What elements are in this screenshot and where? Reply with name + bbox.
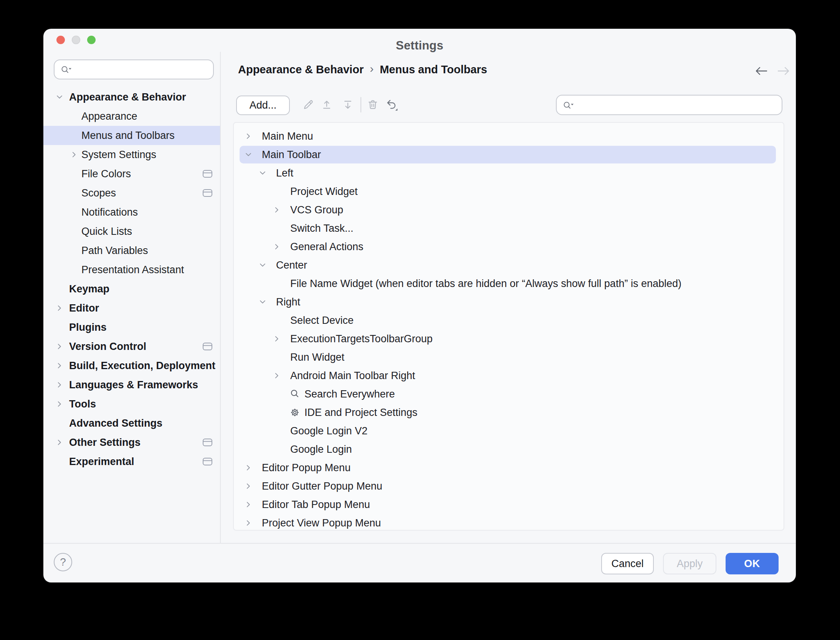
chevron-right-icon[interactable]: [273, 371, 281, 380]
add-button[interactable]: Add...: [236, 96, 290, 115]
tree-row-project-view-popup-menu[interactable]: Project View Popup Menu: [234, 514, 784, 532]
cancel-button[interactable]: Cancel: [601, 553, 654, 574]
tree-row-search-everywhere[interactable]: Search Everywhere: [234, 385, 784, 403]
tree-row-google-login-v2[interactable]: Google Login V2: [234, 422, 784, 440]
ok-button[interactable]: OK: [726, 553, 779, 574]
chevron-right-icon[interactable]: [273, 242, 281, 251]
sidebar-item-file-colors[interactable]: File Colors: [43, 164, 220, 183]
project-config-icon: [202, 169, 213, 178]
chevron-right-icon[interactable]: [244, 464, 253, 472]
tree-row-label: General Actions: [290, 238, 364, 256]
chevron-right-icon[interactable]: [55, 381, 64, 389]
tree-row-executiontargetstoolbargroup[interactable]: ExecutionTargetsToolbarGroup: [234, 330, 784, 348]
sidebar-item-editor[interactable]: Editor: [43, 299, 220, 318]
tree-row-ide-and-project-settings[interactable]: IDE and Project Settings: [234, 403, 784, 422]
tree-row-label: Search Everywhere: [304, 385, 395, 403]
tree-row-main-menu[interactable]: Main Menu: [234, 127, 784, 145]
project-config-icon: [202, 188, 213, 198]
sidebar-item-appearance-behavior[interactable]: Appearance & Behavior: [43, 87, 220, 107]
tree-row-center[interactable]: Center: [234, 256, 784, 274]
search-icon: [563, 101, 575, 110]
chevron-right-icon[interactable]: [55, 342, 64, 351]
tree-row-label: Google Login: [290, 440, 352, 459]
chevron-right-icon[interactable]: [244, 132, 253, 140]
chevron-right-icon[interactable]: [244, 500, 253, 509]
project-config-icon: [202, 438, 213, 447]
desktop-background: Settings Appearance & BehaviorAppearance…: [0, 0, 840, 640]
tree-row-file-name-widget-when-editor-tabs-are-hi[interactable]: File Name Widget (when editor tabs are h…: [234, 274, 784, 293]
sidebar-item-notifications[interactable]: Notifications: [43, 203, 220, 222]
footer-divider: [43, 543, 796, 544]
chevron-right-icon[interactable]: [55, 400, 64, 408]
tree-row-google-login[interactable]: Google Login: [234, 440, 784, 459]
back-button[interactable]: [753, 64, 770, 78]
chevron-right-icon[interactable]: [70, 150, 78, 159]
window-title: Settings: [43, 39, 796, 53]
forward-button: [775, 64, 792, 78]
chevron-down-icon[interactable]: [258, 298, 267, 306]
chevron-right-icon[interactable]: [55, 438, 64, 447]
chevron-right-icon[interactable]: [244, 519, 253, 527]
sidebar-item-build-execution-deployment[interactable]: Build, Execution, Deployment: [43, 356, 220, 375]
tree-row-right[interactable]: Right: [234, 293, 784, 311]
sidebar-item-menus-and-toolbars[interactable]: Menus and Toolbars: [43, 126, 220, 145]
tree-row-editor-popup-menu[interactable]: Editor Popup Menu: [234, 459, 784, 477]
forward-arrow-icon: [775, 65, 792, 77]
sidebar-item-other-settings[interactable]: Other Settings: [43, 433, 220, 452]
toolbar-separator: [360, 97, 361, 112]
tree-row-android-main-toolbar-right[interactable]: Android Main Toolbar Right: [234, 366, 784, 385]
chevron-down-icon[interactable]: [258, 261, 267, 269]
chevron-right-icon[interactable]: [55, 304, 64, 312]
sidebar-item-quick-lists[interactable]: Quick Lists: [43, 222, 220, 241]
sidebar-item-tools[interactable]: Tools: [43, 394, 220, 414]
tree-row-label: Android Main Toolbar Right: [290, 366, 415, 385]
sidebar-item-plugins[interactable]: Plugins: [43, 318, 220, 337]
sidebar-search-input[interactable]: [77, 64, 184, 76]
tree-row-select-device[interactable]: Select Device: [234, 311, 784, 330]
sidebar-item-label: Presentation Assistant: [81, 260, 184, 279]
chevron-right-icon[interactable]: [273, 206, 281, 214]
chevron-down-icon[interactable]: [55, 93, 64, 101]
tree-row-switch-task[interactable]: Switch Task...: [234, 219, 784, 238]
tree-row-main-toolbar[interactable]: Main Toolbar: [234, 145, 784, 164]
breadcrumb-parent[interactable]: Appearance & Behavior: [238, 63, 364, 76]
sidebar-item-keymap[interactable]: Keymap: [43, 279, 220, 299]
tree-row-editor-gutter-popup-menu[interactable]: Editor Gutter Popup Menu: [234, 477, 784, 495]
move-up-icon: [321, 99, 333, 111]
tree-row-run-widget[interactable]: Run Widget: [234, 348, 784, 366]
tree-filter-input[interactable]: [579, 99, 732, 111]
chevron-right-icon[interactable]: [244, 482, 253, 490]
sidebar-item-version-control[interactable]: Version Control: [43, 337, 220, 356]
sidebar-item-path-variables[interactable]: Path Variables: [43, 241, 220, 260]
sidebar-item-experimental[interactable]: Experimental: [43, 452, 220, 471]
tree-row-left[interactable]: Left: [234, 164, 784, 182]
sidebar-item-scopes[interactable]: Scopes: [43, 183, 220, 203]
help-button[interactable]: ?: [54, 553, 72, 571]
sidebar-item-label: Version Control: [69, 337, 146, 356]
sidebar-search-field[interactable]: [54, 59, 214, 79]
chevron-right-icon[interactable]: [273, 335, 281, 343]
project-config-icon: [202, 342, 213, 351]
sidebar-item-label: System Settings: [81, 145, 156, 164]
sidebar-item-advanced-settings[interactable]: Advanced Settings: [43, 414, 220, 433]
tree-row-label: Select Device: [290, 311, 354, 330]
tree-row-label: Project Widget: [290, 182, 358, 201]
sidebar-item-system-settings[interactable]: System Settings: [43, 145, 220, 164]
chevron-right-icon[interactable]: [55, 361, 64, 370]
settings-window: Settings Appearance & BehaviorAppearance…: [43, 29, 796, 582]
chevron-down-icon[interactable]: [244, 150, 253, 159]
sidebar-item-label: Other Settings: [69, 433, 141, 452]
sidebar-divider: [220, 52, 221, 543]
chevron-down-icon[interactable]: [258, 169, 267, 177]
move-down-button: [340, 97, 356, 112]
sidebar-item-languages-frameworks[interactable]: Languages & Frameworks: [43, 375, 220, 394]
tree-row-label: Switch Task...: [290, 219, 354, 238]
tree-row-editor-tab-popup-menu[interactable]: Editor Tab Popup Menu: [234, 495, 784, 514]
sidebar-item-appearance[interactable]: Appearance: [43, 107, 220, 126]
tree-row-project-widget[interactable]: Project Widget: [234, 182, 784, 201]
sidebar-item-presentation-assistant[interactable]: Presentation Assistant: [43, 260, 220, 279]
tree-row-general-actions[interactable]: General Actions: [234, 238, 784, 256]
tree-filter-field[interactable]: [556, 95, 782, 115]
tree-row-label: Editor Tab Popup Menu: [262, 495, 370, 514]
tree-row-vcs-group[interactable]: VCS Group: [234, 201, 784, 219]
